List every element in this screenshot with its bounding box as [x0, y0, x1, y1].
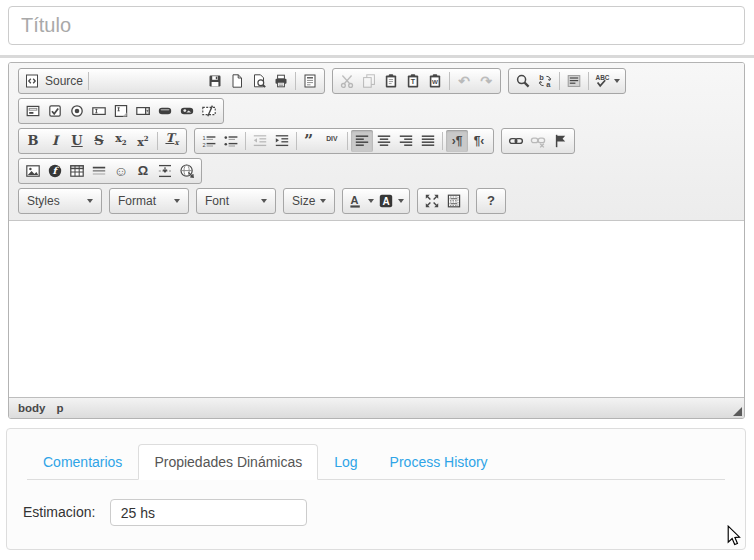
hidden-field-icon	[201, 103, 217, 119]
title-input[interactable]	[8, 6, 745, 45]
estimation-input[interactable]	[110, 499, 307, 526]
chevron-down-icon	[368, 199, 374, 203]
replace-button[interactable]: ba	[534, 70, 556, 92]
bidi-rtl-button[interactable]: ¶‹	[468, 130, 490, 152]
paste-word-button[interactable]: W	[424, 70, 446, 92]
align-right-button[interactable]	[395, 130, 417, 152]
chevron-down-icon	[398, 199, 404, 203]
spell-check-button[interactable]: ABC	[592, 70, 622, 92]
subscript-button[interactable]: x2	[110, 130, 132, 152]
toolbar-group: AA	[342, 188, 410, 214]
toolbar-group: Source	[18, 68, 325, 94]
save-button[interactable]	[204, 70, 226, 92]
blockquote-icon: ”	[303, 133, 319, 149]
toolbar-separator	[588, 72, 589, 90]
superscript-button[interactable]: x2	[132, 130, 154, 152]
anchor-button[interactable]	[549, 130, 571, 152]
paste-text-button[interactable]: T	[402, 70, 424, 92]
page-break-icon	[157, 163, 173, 179]
bulleted-list-icon	[223, 133, 239, 149]
image-button-button[interactable]	[176, 100, 198, 122]
horizontal-rule-button[interactable]	[88, 160, 110, 182]
tab-propiedades-dinamicas[interactable]: Propiedades Dinámicas	[138, 444, 318, 480]
toolbar-group: Styles	[18, 188, 102, 214]
font-combo-label: Font	[205, 194, 229, 208]
toolbar-group	[417, 188, 469, 214]
rich-text-editor: SourceTW↶↷baABCBIUSx2x2Tx12”DIV›¶¶‹f☺ΩSt…	[8, 62, 745, 419]
indent-button[interactable]	[271, 130, 293, 152]
bidi-rtl-icon: ¶‹	[474, 133, 485, 149]
image-button[interactable]	[22, 160, 44, 182]
align-left-button[interactable]	[351, 130, 373, 152]
radio-button-button[interactable]	[66, 100, 88, 122]
format-combo[interactable]: Format	[113, 190, 185, 212]
iframe-button[interactable]	[176, 160, 198, 182]
tab-bar: Comentarios Propiedades Dinámicas Log Pr…	[27, 429, 725, 480]
select-field-button[interactable]	[132, 100, 154, 122]
path-item-p[interactable]: p	[56, 402, 63, 414]
indent-icon	[274, 133, 290, 149]
italic-button[interactable]: I	[44, 130, 66, 152]
styles-combo[interactable]: Styles	[22, 190, 98, 212]
flash-button[interactable]: f	[44, 160, 66, 182]
toolbar-group: f☺Ω	[18, 158, 202, 184]
bg-color-button[interactable]: A	[376, 190, 406, 212]
numbered-list-button[interactable]: 12	[198, 130, 220, 152]
textarea-button[interactable]	[110, 100, 132, 122]
superscript-icon: x2	[137, 131, 148, 151]
font-combo[interactable]: Font	[200, 190, 272, 212]
paste-button[interactable]	[380, 70, 402, 92]
size-combo[interactable]: Size	[287, 190, 331, 212]
align-justify-button[interactable]	[417, 130, 439, 152]
bulleted-list-button[interactable]	[220, 130, 242, 152]
table-button[interactable]	[66, 160, 88, 182]
div-container-button[interactable]: DIV	[322, 130, 344, 152]
new-page-button[interactable]	[226, 70, 248, 92]
form-button[interactable]	[22, 100, 44, 122]
underline-button[interactable]: U	[66, 130, 88, 152]
page-break-button[interactable]	[154, 160, 176, 182]
undo-button: ↶	[453, 70, 475, 92]
horizontal-rule-icon	[91, 163, 107, 179]
maximize-button[interactable]	[421, 190, 443, 212]
smiley-button[interactable]: ☺	[110, 160, 132, 182]
bg-color-icon: A	[378, 193, 394, 209]
strikethrough-button[interactable]: S	[88, 130, 110, 152]
button-button[interactable]	[154, 100, 176, 122]
blockquote-button[interactable]: ”	[300, 130, 322, 152]
toolbar-separator	[88, 72, 89, 90]
tab-log[interactable]: Log	[318, 444, 373, 480]
new-page-icon	[229, 73, 245, 89]
special-char-button[interactable]: Ω	[132, 160, 154, 182]
select-all-button[interactable]	[563, 70, 585, 92]
templates-button[interactable]	[299, 70, 321, 92]
maximize-icon	[424, 193, 440, 209]
bidi-ltr-button[interactable]: ›¶	[446, 130, 468, 152]
align-center-button[interactable]	[373, 130, 395, 152]
link-button[interactable]	[505, 130, 527, 152]
editor-content[interactable]	[9, 221, 744, 397]
text-field-button[interactable]	[88, 100, 110, 122]
svg-text:1: 1	[202, 135, 205, 141]
find-button[interactable]	[512, 70, 534, 92]
toolbar-group	[501, 128, 575, 154]
remove-format-button[interactable]: Tx	[161, 130, 183, 152]
text-color-button[interactable]: A	[346, 190, 376, 212]
spell-check-icon: ABC	[594, 73, 610, 89]
resize-handle-icon[interactable]	[733, 407, 742, 416]
source-icon	[24, 73, 40, 89]
preview-button[interactable]	[248, 70, 270, 92]
tab-comentarios[interactable]: Comentarios	[27, 444, 138, 480]
path-item-body[interactable]: body	[18, 402, 45, 414]
hidden-field-button[interactable]	[198, 100, 220, 122]
table-icon	[69, 163, 85, 179]
bold-button[interactable]: B	[22, 130, 44, 152]
tab-process-history[interactable]: Process History	[374, 444, 504, 480]
source-button[interactable]: Source	[22, 70, 85, 92]
print-button[interactable]	[270, 70, 292, 92]
cut-icon	[339, 73, 355, 89]
about-button[interactable]: ?	[480, 190, 502, 212]
show-blocks-button[interactable]	[443, 190, 465, 212]
checkbox-button[interactable]	[44, 100, 66, 122]
divider-line	[0, 55, 754, 58]
